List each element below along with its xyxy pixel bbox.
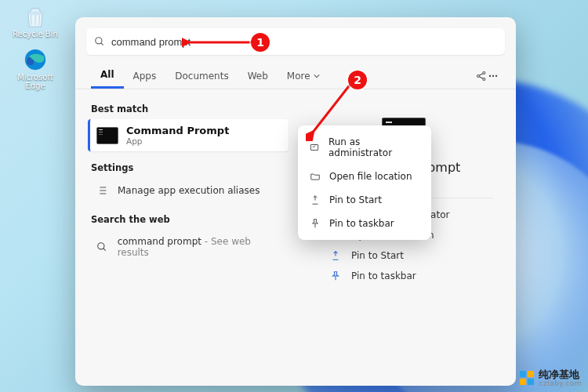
pin-icon — [328, 250, 343, 261]
action-pin-start[interactable]: Pin to Start — [325, 245, 505, 266]
section-search-web: Search the web — [91, 214, 285, 225]
ctx-label: Pin to taskbar — [329, 218, 394, 229]
watermark-name: 纯净基地 — [539, 369, 582, 380]
tab-all[interactable]: All — [91, 63, 124, 89]
settings-item-label: Manage app execution aliases — [118, 185, 260, 196]
chevron-down-icon — [314, 73, 320, 79]
shield-icon — [309, 142, 321, 153]
search-icon — [94, 36, 105, 47]
tab-apps[interactable]: Apps — [124, 63, 166, 89]
watermark: 纯净基地 czlaby.com — [520, 369, 582, 387]
section-best-match: Best match — [91, 103, 285, 114]
section-settings: Settings — [91, 162, 285, 173]
tab-more-label: More — [287, 71, 310, 82]
edge-label: Microsoft Edge — [9, 73, 61, 90]
svg-point-1 — [96, 38, 102, 44]
tab-documents[interactable]: Documents — [165, 63, 238, 89]
tab-documents-label: Documents — [175, 71, 228, 82]
ctx-open-location[interactable]: Open file location — [298, 165, 431, 188]
more-options-icon[interactable]: ⋯ — [488, 70, 500, 82]
web-result-text: command prompt - See web results — [118, 236, 282, 258]
tab-all-label: All — [100, 69, 114, 80]
results-column: Best match Command Prompt App Settings M… — [75, 89, 295, 386]
recycle-bin-label: Recycle Bin — [13, 30, 58, 38]
share-icon[interactable] — [475, 70, 488, 82]
svg-rect-9 — [311, 145, 318, 151]
best-match-subtitle: App — [126, 136, 229, 146]
svg-rect-13 — [528, 371, 534, 377]
ctx-run-admin[interactable]: Run as administrator — [298, 130, 431, 165]
search-bar[interactable] — [86, 28, 505, 55]
search-input[interactable] — [111, 36, 497, 48]
svg-rect-12 — [520, 371, 526, 377]
pin-icon — [309, 194, 321, 205]
svg-rect-14 — [520, 379, 526, 385]
edge-icon — [24, 48, 47, 71]
best-match-text: Command Prompt App — [126, 125, 229, 146]
badge-text: 1 — [256, 36, 264, 49]
desktop-shortcuts: Recycle Bin Microsoft Edge — [8, 0, 63, 95]
context-menu: Run as administrator Open file location … — [298, 125, 431, 240]
watermark-logo-icon — [520, 371, 534, 385]
best-match-item[interactable]: Command Prompt App — [88, 119, 289, 151]
web-term: command prompt — [118, 236, 201, 247]
start-search-panel: All Apps Documents Web More ⋯ Best match… — [75, 17, 516, 386]
web-result-item[interactable]: command prompt - See web results — [88, 230, 289, 264]
settings-list-icon — [94, 184, 110, 197]
settings-item[interactable]: Manage app execution aliases — [88, 178, 289, 203]
search-tabs: All Apps Documents Web More ⋯ — [75, 63, 516, 89]
svg-point-4 — [483, 71, 485, 74]
recycle-bin-shortcut[interactable]: Recycle Bin — [8, 0, 63, 43]
svg-point-6 — [98, 243, 104, 249]
search-content: Best match Command Prompt App Settings M… — [75, 89, 516, 386]
annotation-badge-1: 1 — [251, 33, 270, 52]
ctx-label: Run as administrator — [328, 136, 420, 158]
svg-point-3 — [477, 74, 480, 77]
svg-line-7 — [103, 249, 106, 251]
edge-shortcut[interactable]: Microsoft Edge — [8, 43, 63, 95]
tab-more[interactable]: More — [278, 63, 329, 89]
tab-web[interactable]: Web — [238, 63, 278, 89]
pin-icon — [309, 218, 321, 229]
watermark-url: czlaby.com — [539, 380, 582, 387]
best-match-title: Command Prompt — [126, 125, 229, 136]
tab-web-label: Web — [248, 71, 268, 82]
annotation-badge-2: 2 — [348, 71, 367, 89]
action-pin-taskbar[interactable]: Pin to taskbar — [325, 266, 505, 286]
pin-icon — [328, 270, 343, 281]
badge-text: 2 — [354, 74, 361, 86]
ctx-label: Pin to Start — [329, 194, 382, 205]
action-label: Pin to taskbar — [351, 270, 416, 281]
search-icon — [94, 241, 110, 252]
svg-point-5 — [483, 78, 485, 80]
svg-rect-15 — [528, 379, 534, 385]
trash-icon — [24, 5, 47, 28]
svg-line-2 — [101, 43, 103, 45]
ctx-pin-taskbar[interactable]: Pin to taskbar — [298, 212, 431, 235]
ctx-label: Open file location — [329, 171, 412, 182]
action-label: Pin to Start — [351, 250, 404, 261]
folder-icon — [309, 171, 321, 182]
ctx-pin-start[interactable]: Pin to Start — [298, 188, 431, 212]
cmd-icon — [96, 127, 118, 144]
tab-apps-label: Apps — [133, 71, 157, 82]
